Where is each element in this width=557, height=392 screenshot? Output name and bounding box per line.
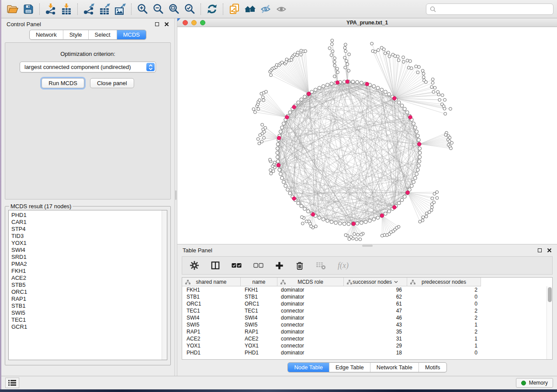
- tab-style[interactable]: Style: [63, 30, 88, 39]
- refresh-button[interactable]: [204, 2, 220, 17]
- network-view[interactable]: [177, 27, 557, 244]
- table-row[interactable]: ACE2ACE2connector311: [182, 335, 552, 342]
- mcds-result-item[interactable]: PMA2: [11, 261, 167, 268]
- table-scrollbar-thumb[interactable]: [548, 287, 552, 302]
- run-mcds-button[interactable]: Run MCDS: [42, 78, 84, 88]
- horizontal-splitter-grip[interactable]: [362, 245, 373, 247]
- mcds-result-item[interactable]: PHD1: [11, 212, 167, 219]
- mcds-result-item[interactable]: ORC1: [11, 289, 167, 296]
- column-browse-button[interactable]: [211, 261, 220, 270]
- tab-mcds[interactable]: MCDS: [117, 30, 146, 39]
- table-cell: TEC1: [182, 308, 241, 314]
- splitter-grip[interactable]: [175, 190, 176, 200]
- clone-network-icon: [229, 3, 240, 14]
- delete-button[interactable]: [295, 261, 304, 270]
- vertical-splitter[interactable]: [174, 18, 177, 376]
- table-panel-tabs: Node Table Edge Table Network Table Moti…: [177, 362, 557, 372]
- mcds-result-item[interactable]: GCR1: [11, 323, 167, 330]
- import-table-button[interactable]: [59, 2, 74, 17]
- column-header-shared-name[interactable]: shared name: [182, 278, 241, 286]
- clone-network-button[interactable]: [226, 2, 242, 17]
- tab-network[interactable]: Network: [30, 30, 63, 39]
- mcds-result-item[interactable]: ACE2: [11, 275, 167, 282]
- network-title: YPA_prune.txt_1: [346, 20, 388, 26]
- open-file-button[interactable]: [5, 2, 21, 17]
- task-history-button[interactable]: [5, 378, 19, 388]
- column-header-predecessor-nodes[interactable]: predecessor nodes: [407, 278, 481, 286]
- memory-button[interactable]: Memory: [516, 378, 553, 388]
- refresh-icon: [207, 3, 218, 14]
- column-header-successor-nodes[interactable]: successor nodes: [344, 278, 407, 286]
- mcds-result-item[interactable]: SWI5: [11, 309, 167, 316]
- table-cell: RAP1: [182, 329, 241, 335]
- mcds-result-item[interactable]: FKH1: [11, 268, 167, 275]
- close-panel-button[interactable]: Close panel: [90, 78, 134, 88]
- hide-details-button[interactable]: [258, 2, 273, 17]
- column-header-mcds-role[interactable]: MCDS role: [277, 278, 344, 286]
- function-builder-button[interactable]: f(x): [338, 261, 349, 270]
- float-table-panel-icon[interactable]: [538, 248, 542, 252]
- zoom-selected-button[interactable]: [182, 2, 197, 17]
- table-cell: 18: [344, 350, 407, 356]
- zoom-fit-button[interactable]: [166, 2, 182, 17]
- mcds-result-list[interactable]: PHD1CAR1STP4TID3YOX1SWI4SRD1PMA2FKH1ACE2…: [8, 210, 167, 360]
- mcds-result-item[interactable]: STB1: [11, 303, 167, 309]
- tab-edge-table[interactable]: Edge Table: [329, 363, 370, 372]
- home-layout-button[interactable]: [242, 2, 258, 17]
- mcds-result-item[interactable]: TID3: [11, 233, 167, 240]
- delete-table-button[interactable]: [316, 261, 326, 270]
- close-window-icon[interactable]: [183, 20, 188, 25]
- table-cell: RAP1: [241, 329, 277, 335]
- maximize-window-icon[interactable]: [200, 20, 205, 25]
- export-table-button[interactable]: [97, 2, 112, 17]
- zoom-out-button[interactable]: [150, 2, 166, 17]
- table-scrollbar[interactable]: [547, 286, 552, 359]
- export-image-button[interactable]: [112, 2, 128, 17]
- zoom-in-button[interactable]: [135, 2, 150, 17]
- export-network-button[interactable]: [81, 2, 97, 17]
- network-titlebar[interactable]: YPA_prune.txt_1: [177, 18, 557, 27]
- table-row[interactable]: PHD1PHD1dominator180: [182, 349, 552, 356]
- close-panel-icon[interactable]: [164, 22, 169, 27]
- mcds-result-item[interactable]: RAP1: [11, 296, 167, 303]
- tab-motifs[interactable]: Motifs: [419, 363, 446, 372]
- mcds-result-item[interactable]: SRD1: [11, 254, 167, 261]
- minimize-window-icon[interactable]: [191, 20, 197, 25]
- mcds-result-item[interactable]: SWI4: [11, 247, 167, 254]
- float-panel-icon[interactable]: [155, 22, 159, 26]
- network-graph[interactable]: [177, 27, 556, 244]
- table-row[interactable]: YOX1YOX1connector291: [182, 342, 552, 349]
- table-row[interactable]: SWI5SWI5connector431: [182, 321, 552, 328]
- mcds-result-item[interactable]: YOX1: [11, 240, 167, 247]
- mcds-result-item[interactable]: CAR1: [11, 219, 167, 226]
- tab-node-table[interactable]: Node Table: [288, 363, 329, 372]
- mcds-scrollbar[interactable]: [162, 210, 167, 360]
- mcds-result-item[interactable]: TEC1: [11, 316, 167, 323]
- search-box[interactable]: [426, 3, 554, 15]
- table-cell: connector: [277, 336, 344, 342]
- search-input[interactable]: [439, 6, 550, 12]
- tab-select[interactable]: Select: [88, 30, 117, 39]
- column-header-name[interactable]: name: [241, 278, 277, 286]
- criterion-dropdown[interactable]: largest connected component (undirected): [20, 62, 156, 72]
- table-cell: 96: [344, 287, 407, 293]
- table-row[interactable]: SWI4SWI4dominator462: [182, 314, 552, 321]
- table-row[interactable]: ORC1ORC1dominator610: [182, 300, 552, 307]
- import-network-button[interactable]: [43, 2, 59, 17]
- save-session-button[interactable]: [21, 2, 36, 17]
- mcds-result-item[interactable]: STP4: [11, 226, 167, 233]
- table-row[interactable]: TEC1TEC1connector472: [182, 307, 552, 314]
- attribute-type-icon: [410, 280, 415, 286]
- close-table-panel-icon[interactable]: [547, 248, 552, 253]
- table-row[interactable]: FKH1FKH1dominator962: [182, 286, 552, 293]
- gear-button[interactable]: [190, 261, 199, 270]
- show-details-button[interactable]: [273, 2, 289, 17]
- table-row[interactable]: RAP1RAP1dominator352: [182, 328, 552, 335]
- add-icon: [275, 261, 284, 270]
- tab-network-table[interactable]: Network Table: [370, 363, 419, 372]
- deselect-all-button[interactable]: [253, 263, 263, 268]
- select-all-button[interactable]: [232, 263, 242, 268]
- table-row[interactable]: STB1STB1dominator620: [182, 293, 552, 300]
- mcds-result-item[interactable]: STB5: [11, 282, 167, 289]
- add-button[interactable]: [275, 261, 284, 270]
